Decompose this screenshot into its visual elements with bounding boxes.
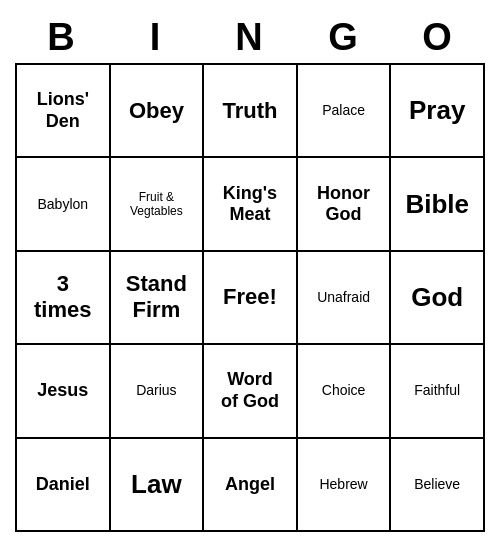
bingo-cell: Believe (391, 439, 485, 532)
cell-text: Fruit & Vegtables (130, 190, 183, 219)
bingo-cell: Honor God (298, 158, 392, 251)
bingo-cell: Daniel (17, 439, 111, 532)
bingo-cell: Darius (111, 345, 205, 438)
bingo-cell: Stand Firm (111, 252, 205, 345)
cell-text: Honor God (317, 183, 370, 226)
bingo-cell: Jesus (17, 345, 111, 438)
bingo-cell: Free! (204, 252, 298, 345)
cell-text: Believe (414, 476, 460, 493)
cell-text: Daniel (36, 474, 90, 496)
bingo-cell: Word of God (204, 345, 298, 438)
bingo-cell: Fruit & Vegtables (111, 158, 205, 251)
cell-text: God (411, 282, 463, 313)
bingo-cell: Palace (298, 65, 392, 158)
header-letter: G (297, 12, 391, 63)
header-letter: N (203, 12, 297, 63)
cell-text: Jesus (37, 380, 88, 402)
cell-text: Bible (405, 189, 469, 220)
cell-text: Law (131, 469, 182, 500)
cell-text: 3 times (34, 271, 91, 324)
header-letter: I (109, 12, 203, 63)
bingo-cell: Lions' Den (17, 65, 111, 158)
bingo-cell: Choice (298, 345, 392, 438)
cell-text: Obey (129, 98, 184, 124)
cell-text: Truth (222, 98, 277, 124)
cell-text: Angel (225, 474, 275, 496)
bingo-cell: Truth (204, 65, 298, 158)
bingo-cell: Law (111, 439, 205, 532)
bingo-cell: 3 times (17, 252, 111, 345)
cell-text: Palace (322, 102, 365, 119)
bingo-cell: Bible (391, 158, 485, 251)
cell-text: Pray (409, 95, 465, 126)
bingo-cell: Hebrew (298, 439, 392, 532)
cell-text: Babylon (38, 196, 89, 213)
bingo-cell: Angel (204, 439, 298, 532)
cell-text: Hebrew (319, 476, 367, 493)
cell-text: Darius (136, 382, 176, 399)
bingo-header: BINGO (15, 12, 485, 63)
cell-text: Free! (223, 284, 277, 310)
cell-text: Choice (322, 382, 366, 399)
cell-text: Unafraid (317, 289, 370, 306)
cell-text: Faithful (414, 382, 460, 399)
cell-text: Stand Firm (126, 271, 187, 324)
cell-text: Word of God (221, 369, 279, 412)
bingo-grid: Lions' DenObeyTruthPalacePrayBabylonFrui… (15, 63, 485, 532)
bingo-cell: Obey (111, 65, 205, 158)
bingo-cell: Unafraid (298, 252, 392, 345)
header-letter: B (15, 12, 109, 63)
bingo-cell: Babylon (17, 158, 111, 251)
bingo-cell: Pray (391, 65, 485, 158)
bingo-card: BINGO Lions' DenObeyTruthPalacePrayBabyl… (15, 12, 485, 532)
bingo-cell: God (391, 252, 485, 345)
header-letter: O (391, 12, 485, 63)
bingo-cell: King's Meat (204, 158, 298, 251)
cell-text: Lions' Den (37, 89, 89, 132)
cell-text: King's Meat (223, 183, 277, 226)
bingo-cell: Faithful (391, 345, 485, 438)
